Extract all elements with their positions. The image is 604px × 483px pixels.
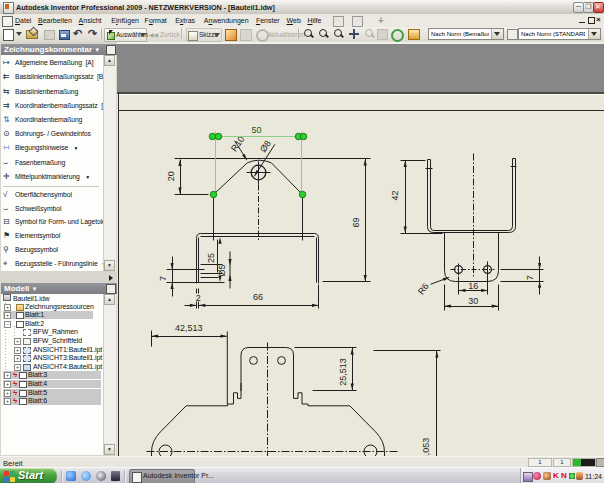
svg-text:50: 50 [251, 125, 261, 135]
svg-text:25,513: 25,513 [338, 358, 348, 386]
svg-text:R6: R6 [416, 281, 431, 296]
svg-text:69: 69 [351, 217, 361, 227]
svg-text:20: 20 [166, 171, 176, 181]
svg-text:25: 25 [206, 253, 216, 263]
svg-text:30: 30 [468, 296, 478, 306]
svg-text:3,053: 3,053 [421, 438, 431, 456]
svg-text:2: 2 [196, 293, 201, 303]
svg-text:66: 66 [253, 292, 263, 302]
svg-text:42: 42 [390, 190, 400, 200]
svg-text:R10: R10 [229, 134, 247, 153]
svg-text:Ø5: Ø5 [217, 264, 227, 276]
svg-text:Ø8: Ø8 [258, 138, 273, 154]
svg-text:16: 16 [468, 281, 478, 291]
svg-text:7: 7 [158, 276, 168, 281]
svg-text:7: 7 [525, 275, 535, 280]
svg-text:42,513: 42,513 [175, 323, 203, 333]
